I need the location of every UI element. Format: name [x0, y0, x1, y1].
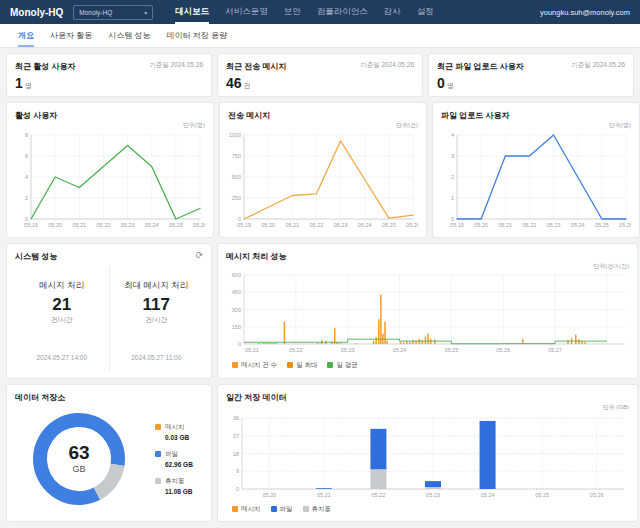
svg-text:05.19: 05.19 [237, 222, 251, 228]
tab-user-activity[interactable]: 사용자 활동 [42, 24, 100, 47]
metric-value: 21 [52, 295, 71, 315]
stat-title: 최근 전송 메시지 [226, 61, 286, 72]
stat-card-sent-messages: 최근 전송 메시지 기준일 2024.05.26 46 건 [217, 53, 423, 97]
stat-date-label: 기준일 2024.05.26 [149, 61, 203, 70]
top-navbar: Monoly-HQ Monoly-HQ ▾ 대시보드 서비스운영 보안 컴플라이… [0, 0, 640, 24]
svg-text:05.22: 05.22 [372, 492, 386, 498]
svg-text:05.24: 05.24 [481, 492, 495, 498]
message-processing-card: 메시지 처리 성능 단위(건/시간) 015030045060005.2105.… [217, 243, 638, 379]
svg-text:2: 2 [451, 174, 454, 180]
svg-text:05.21: 05.21 [498, 222, 512, 228]
svg-text:05.26: 05.26 [590, 492, 604, 498]
svg-text:250: 250 [232, 195, 241, 201]
storage-legend: 메시지 0.03 GB 파일 62.96 GB [155, 423, 193, 495]
legend-label: 파일 [165, 450, 178, 459]
svg-text:05.22: 05.22 [310, 222, 324, 228]
legend-swatch [155, 424, 161, 430]
metric-label: 메시지 처리 [39, 280, 84, 292]
legend-label: 일 평균 [336, 361, 357, 370]
svg-text:05.20: 05.20 [261, 222, 275, 228]
metric-label: 최대 메시지 처리 [124, 280, 188, 292]
svg-text:27: 27 [233, 433, 239, 439]
svg-text:0: 0 [236, 486, 239, 492]
svg-text:05.23: 05.23 [426, 492, 440, 498]
file-upload-users-line-chart: 05.1905.2005.2105.2205.2305.2405.2505.26… [441, 130, 631, 234]
legend-swatch [303, 506, 309, 512]
stat-cards-row: 최근 활성 사용자 기준일 2024.05.26 1 명 최근 전송 메시지 기… [6, 53, 634, 97]
svg-text:1: 1 [451, 195, 454, 201]
legend-item-messages: 메시지 0.03 GB [155, 423, 193, 441]
daily-storage-legend: 메시지 파일 휴지통 [232, 504, 629, 514]
legend-label: 휴지통 [312, 505, 332, 514]
tab-overview[interactable]: 개요 [10, 24, 42, 47]
legend-swatch [155, 478, 161, 484]
svg-text:05.23: 05.23 [121, 222, 135, 228]
svg-text:05.20: 05.20 [474, 222, 488, 228]
chart-title: 파일 업로드 사용자 [441, 110, 631, 121]
legend-swatch [287, 362, 293, 368]
app-logo: Monoly-HQ [10, 7, 63, 18]
svg-text:1000: 1000 [229, 132, 241, 138]
stat-value: 46 [226, 75, 242, 91]
svg-text:05.24: 05.24 [358, 222, 372, 228]
metric-timestamp: 2024.05.27 14:00 [36, 354, 87, 361]
chart-unit-label: 단위 (GB) [226, 403, 629, 412]
svg-text:05.24: 05.24 [145, 222, 159, 228]
tab-data-storage[interactable]: 데이터 저장 용량 [158, 24, 234, 47]
metric-max-message-throughput: 최대 메시지 처리 117 건/시간 2024.05.27 11:00 [109, 266, 204, 371]
nav-item-audit[interactable]: 감사 [376, 0, 409, 24]
nav-item-settings[interactable]: 설정 [409, 0, 442, 24]
svg-text:05.26: 05.26 [496, 347, 510, 353]
svg-text:05.21: 05.21 [317, 492, 331, 498]
legend-item-files: 파일 62.96 GB [155, 450, 193, 468]
chart-card-active-users: 활성 사용자 단위(명) 05.1905.2005.2105.2205.2305… [6, 102, 214, 238]
legend-item: 일 평균 [327, 361, 357, 370]
svg-text:05.23: 05.23 [334, 222, 348, 228]
nav-item-compliance[interactable]: 컴플라이언스 [309, 0, 376, 24]
svg-text:450: 450 [232, 289, 241, 295]
legend-swatch [232, 506, 238, 512]
legend-item: 휴지통 [303, 505, 332, 514]
nav-item-service-ops[interactable]: 서비스운영 [217, 0, 276, 24]
legend-value: 0.03 GB [165, 434, 193, 441]
legend-label: 메시지 [241, 505, 261, 514]
svg-text:0: 0 [238, 341, 241, 347]
metric-unit: 건/시간 [51, 316, 72, 325]
nav-item-dashboard[interactable]: 대시보드 [167, 0, 217, 24]
workspace-select-value: Monoly-HQ [79, 9, 112, 16]
svg-text:4: 4 [25, 174, 28, 180]
refresh-icon[interactable]: ⟳ [195, 251, 203, 260]
legend-value: 62.96 GB [165, 461, 193, 468]
card-title: 시스템 성능 [15, 251, 57, 262]
svg-text:05.23: 05.23 [547, 222, 561, 228]
legend-label: 메시지 [165, 423, 185, 432]
legend-swatch [327, 362, 333, 368]
svg-text:150: 150 [232, 324, 241, 330]
performance-row: 시스템 성능 ⟳ 메시지 처리 21 건/시간 2024.05.27 14:00… [6, 243, 634, 379]
main-nav: 대시보드 서비스운영 보안 컴플라이언스 감사 설정 [167, 0, 442, 24]
svg-text:05.19: 05.19 [450, 222, 464, 228]
svg-text:05.24: 05.24 [571, 222, 585, 228]
svg-text:05.22: 05.22 [97, 222, 111, 228]
chart-unit-label: 단위(건) [228, 121, 418, 130]
svg-text:3: 3 [451, 153, 454, 159]
svg-text:05.27: 05.27 [548, 347, 562, 353]
legend-item: 일 최대 [287, 361, 317, 370]
stat-value: 0 [437, 75, 445, 91]
legend-item: 메시지 [232, 505, 261, 514]
nav-item-security[interactable]: 보안 [276, 0, 309, 24]
svg-text:05.21: 05.21 [72, 222, 86, 228]
svg-text:05.25: 05.25 [444, 347, 458, 353]
chart-unit-label: 단위(명) [441, 121, 631, 130]
chart-card-sent-messages: 전송 메시지 단위(건) 05.1905.2005.2105.2205.2305… [219, 102, 427, 238]
svg-text:36: 36 [233, 415, 239, 421]
svg-text:2: 2 [25, 195, 28, 201]
stat-unit: 건 [244, 81, 251, 91]
storage-row: 데이터 저장소 63 GB 메시지 0.03 GB [6, 384, 634, 522]
tab-system-performance[interactable]: 시스템 성능 [100, 24, 158, 47]
user-email[interactable]: youngku.suh@monoly.com [540, 8, 630, 17]
workspace-select[interactable]: Monoly-HQ ▾ [73, 5, 153, 20]
stat-date-label: 기준일 2024.05.26 [360, 61, 414, 70]
data-storage-card: 데이터 저장소 63 GB 메시지 0.03 GB [6, 384, 212, 522]
metric-value: 117 [143, 295, 170, 315]
